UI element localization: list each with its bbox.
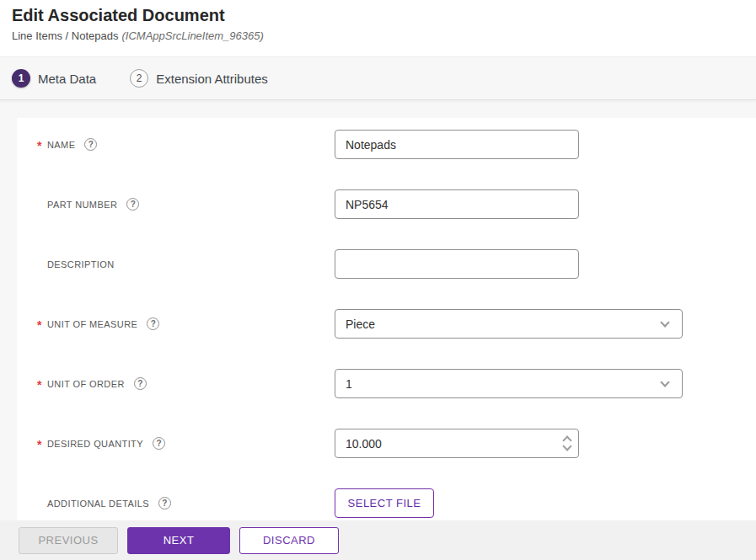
page-header: Edit Associated Document Line Items / No… xyxy=(0,0,756,56)
step-1-circle: 1 xyxy=(12,69,30,88)
unit-of-order-select[interactable]: 1 xyxy=(335,369,683,398)
field-row-unit-of-measure: * UNIT OF MEASURE ? Piece xyxy=(17,294,756,354)
required-marker xyxy=(37,503,47,504)
wizard-stepper: 1 Meta Data 2 Extension Attributes xyxy=(0,56,756,100)
chevron-down-icon xyxy=(660,377,669,387)
breadcrumb[interactable]: Line Items / Notepads(ICMAppSrcLineItem_… xyxy=(12,29,744,42)
spinner-controls xyxy=(564,429,571,458)
step-1-label: Meta Data xyxy=(38,72,96,86)
help-icon[interactable]: ? xyxy=(84,138,97,151)
step-meta-data[interactable]: 1 Meta Data xyxy=(12,69,96,88)
form-rows: * NAME ? PART NUMBER ? DESCRIPTION xyxy=(17,118,756,520)
required-marker xyxy=(37,204,47,205)
field-row-additional-details: ADDITIONAL DETAILS ? SELECT FILE xyxy=(17,473,756,520)
field-label-part-number: PART NUMBER xyxy=(47,200,117,210)
breadcrumb-path[interactable]: Line Items / Notepads xyxy=(12,29,118,42)
field-label-unit-of-order: UNIT OF ORDER xyxy=(47,379,125,389)
previous-button[interactable]: PREVIOUS xyxy=(19,527,118,554)
label-cell-description: DESCRIPTION xyxy=(17,259,335,269)
part-number-input[interactable] xyxy=(335,189,579,219)
required-marker: * xyxy=(37,437,47,451)
help-icon[interactable]: ? xyxy=(147,317,159,330)
field-label-unit-of-measure: UNIT OF MEASURE xyxy=(47,319,137,329)
field-row-name: * NAME ? xyxy=(17,118,756,174)
help-icon[interactable]: ? xyxy=(134,377,147,390)
step-2-label: Extension Attributes xyxy=(156,72,268,86)
step-2-circle: 2 xyxy=(130,69,148,88)
field-label-additional-details: ADDITIONAL DETAILS xyxy=(47,499,149,509)
label-cell-name: * NAME ? xyxy=(17,138,335,152)
field-row-description: DESCRIPTION xyxy=(17,234,756,294)
help-icon[interactable]: ? xyxy=(126,198,139,211)
field-label-name: NAME xyxy=(47,140,75,150)
next-button[interactable]: NEXT xyxy=(127,527,230,554)
spinner-down-icon[interactable] xyxy=(562,441,571,451)
breadcrumb-reference-id: (ICMAppSrcLineItem_96365) xyxy=(121,29,263,42)
field-row-part-number: PART NUMBER ? xyxy=(17,174,756,234)
desired-quantity-input[interactable] xyxy=(335,429,579,458)
name-input[interactable] xyxy=(335,130,579,159)
unit-of-measure-value: Piece xyxy=(346,317,375,331)
label-cell-part-number: PART NUMBER ? xyxy=(17,198,335,211)
required-marker xyxy=(37,264,47,265)
label-cell-unit-of-order: * UNIT OF ORDER ? xyxy=(17,377,335,391)
required-marker: * xyxy=(37,138,47,152)
help-icon[interactable]: ? xyxy=(158,497,171,509)
label-cell-unit-of-measure: * UNIT OF MEASURE ? xyxy=(17,317,335,331)
form-card: * NAME ? PART NUMBER ? DESCRIPTION xyxy=(17,118,756,520)
field-label-desired-quantity: DESIRED QUANTITY xyxy=(47,439,143,449)
select-file-button[interactable]: SELECT FILE xyxy=(335,488,434,518)
page-title: Edit Associated Document xyxy=(12,4,744,27)
quantity-stepper xyxy=(335,429,579,458)
unit-of-measure-select[interactable]: Piece xyxy=(335,309,683,339)
label-cell-additional-details: ADDITIONAL DETAILS ? xyxy=(17,497,335,509)
unit-of-order-value: 1 xyxy=(346,377,352,391)
help-icon[interactable]: ? xyxy=(153,437,165,450)
step-extension-attributes[interactable]: 2 Extension Attributes xyxy=(130,69,268,88)
discard-button[interactable]: DISCARD xyxy=(239,527,339,554)
field-row-unit-of-order: * UNIT OF ORDER ? 1 xyxy=(17,354,756,413)
chevron-down-icon xyxy=(660,317,669,327)
required-marker: * xyxy=(37,317,47,331)
label-cell-desired-quantity: * DESIRED QUANTITY ? xyxy=(17,437,335,451)
field-label-description: DESCRIPTION xyxy=(47,259,115,269)
field-row-desired-quantity: * DESIRED QUANTITY ? xyxy=(17,413,756,473)
description-input[interactable] xyxy=(335,249,579,279)
required-marker: * xyxy=(37,377,47,391)
footer-action-bar: PREVIOUS NEXT DISCARD xyxy=(0,520,756,560)
